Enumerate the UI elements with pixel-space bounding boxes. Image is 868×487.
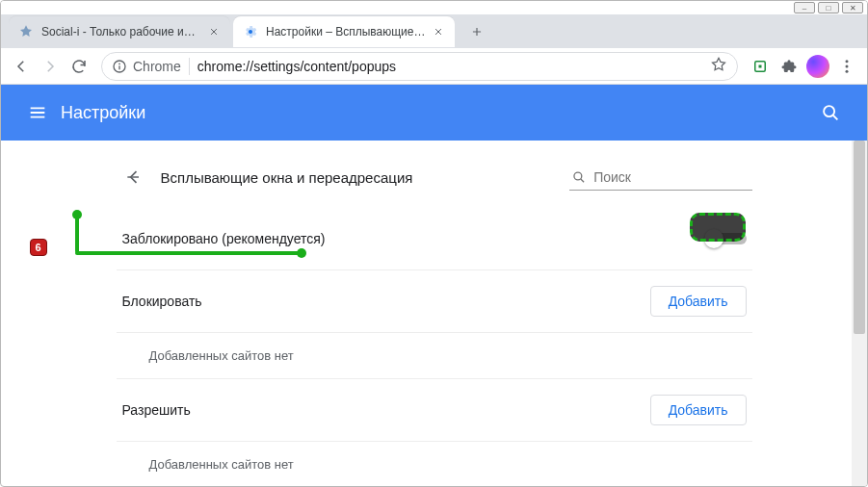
annotation-toggle-highlight (690, 213, 746, 242)
window-titlebar: – □ ✕ (1, 1, 867, 14)
settings-search-button[interactable] (811, 93, 850, 132)
window-maximize-button[interactable]: □ (818, 2, 839, 13)
page-back-button[interactable] (117, 160, 151, 194)
back-button[interactable] (7, 52, 36, 81)
annotation-badge: 6 (30, 239, 47, 256)
bookmark-button[interactable] (710, 56, 727, 76)
blocked-toggle-row: Заблокировано (рекомендуется) (117, 208, 752, 270)
svg-rect-3 (118, 65, 119, 69)
settings-page: Всплывающие окна и переадресация Заблоки… (117, 141, 752, 487)
extension-icon[interactable] (746, 52, 775, 81)
tab-strip: Social-i - Только рабочие инстр Настройк… (1, 14, 867, 48)
allow-section-header: Разрешить Добавить (117, 379, 752, 442)
svg-point-8 (846, 69, 849, 72)
svg-point-7 (846, 64, 849, 67)
forward-button[interactable] (36, 52, 65, 81)
extensions-puzzle-icon[interactable] (775, 52, 803, 81)
tab-title: Настройки – Всплывающие окн (266, 25, 426, 38)
allow-add-button[interactable]: Добавить (650, 395, 747, 425)
allow-empty-row: Добавленных сайтов нет (117, 442, 752, 487)
url-text: chrome://settings/content/popups (197, 59, 396, 74)
page-header: Всплывающие окна и переадресация (117, 154, 752, 208)
page-search-input[interactable] (593, 169, 750, 185)
page-search-field[interactable] (569, 165, 752, 191)
gear-icon (243, 24, 258, 39)
window-minimize-button[interactable]: – (794, 2, 815, 13)
tab-title: Social-i - Только рабочие инстр (41, 25, 201, 38)
svg-point-9 (824, 106, 834, 116)
profile-button[interactable] (803, 52, 832, 81)
block-heading: Блокировать (122, 294, 202, 309)
omnibox-divider (189, 58, 190, 75)
blocked-label: Заблокировано (рекомендуется) (122, 231, 326, 246)
allow-heading: Разрешить (122, 402, 191, 418)
allow-empty-text: Добавленных сайтов нет (122, 457, 294, 472)
tab-close-button[interactable] (207, 25, 221, 38)
block-section-header: Блокировать Добавить (117, 270, 752, 333)
window-close-button[interactable]: ✕ (842, 2, 863, 13)
tab-favicon-social-i (18, 24, 34, 39)
browser-window: – □ ✕ Social-i - Только рабочие инстр На… (0, 0, 868, 487)
search-icon (571, 168, 587, 186)
block-empty-text: Добавленных сайтов нет (122, 348, 294, 363)
page-title: Всплывающие окна и переадресация (161, 169, 413, 186)
vertical-scrollbar[interactable] (852, 141, 867, 486)
block-add-button[interactable]: Добавить (650, 286, 747, 317)
site-info-button[interactable]: Chrome (112, 59, 181, 74)
new-tab-button[interactable] (463, 18, 490, 45)
appbar-title: Настройки (61, 103, 145, 123)
annotation-dot-end (297, 248, 306, 258)
reload-button[interactable] (65, 52, 93, 81)
avatar (806, 55, 829, 78)
svg-rect-5 (759, 64, 762, 67)
annotation-line-vertical (75, 215, 79, 253)
scrollbar-thumb[interactable] (854, 141, 865, 334)
settings-appbar: Настройки (1, 85, 867, 141)
tab-social-i[interactable]: Social-i - Только рабочие инстр (9, 16, 230, 47)
annotation-line-horizontal (75, 251, 302, 255)
svg-point-6 (846, 60, 849, 63)
menu-button[interactable] (18, 93, 57, 132)
block-empty-row: Добавленных сайтов нет (117, 333, 752, 379)
tab-close-button[interactable] (432, 25, 445, 38)
svg-point-10 (573, 172, 581, 180)
address-bar[interactable]: Chrome chrome://settings/content/popups (101, 52, 738, 81)
content-area: Настройки Всплывающие окна и переадресац… (1, 85, 867, 486)
site-info-label: Chrome (133, 59, 181, 74)
overflow-menu-button[interactable] (832, 52, 861, 81)
svg-point-2 (118, 63, 120, 64)
browser-toolbar: Chrome chrome://settings/content/popups (1, 48, 867, 85)
tab-settings[interactable]: Настройки – Всплывающие окн (233, 16, 455, 47)
